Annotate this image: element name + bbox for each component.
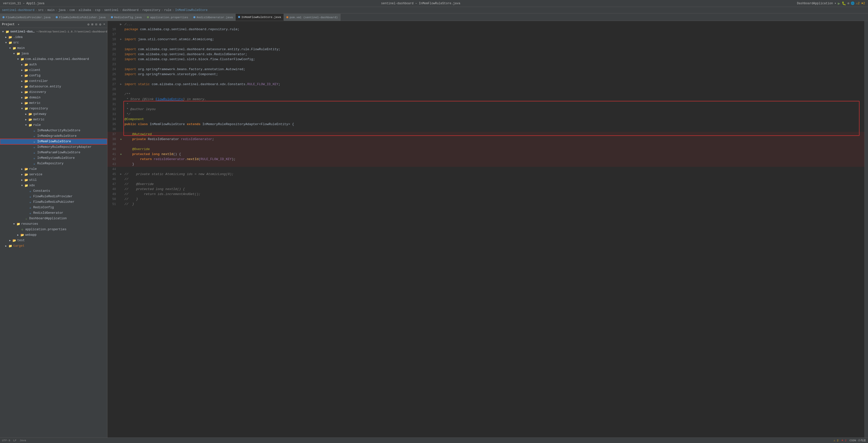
tab-pom[interactable]: pom.xml (sentinel-dashboard): [284, 14, 341, 21]
tree-InMemFlowRuleStore[interactable]: ☕ InMemFlowRuleStore: [0, 139, 107, 144]
title-bar: version_11 – App11.java sentinel-dashboa…: [0, 0, 868, 7]
tab-RedisConfig[interactable]: RedisConfig.java: [108, 14, 145, 21]
tree-gateway[interactable]: ▶ 📂 gateway: [0, 112, 107, 117]
src-icon: 📁: [8, 41, 12, 45]
InMemDegradeRuleStore-icon: ☕: [32, 134, 36, 138]
code-line: 19: [107, 42, 865, 47]
metric-sub-arrow: ▶: [24, 118, 28, 121]
service-label: service: [29, 173, 107, 176]
status-warnings: ⚠ 2: [834, 439, 839, 442]
service-icon: 📂: [24, 173, 29, 177]
tree-util[interactable]: ▶ 📂 util: [0, 177, 107, 183]
config-icon: 📂: [24, 74, 29, 78]
code-content[interactable]: ▶ /... 16 package com.alibaba.csp.sentin…: [107, 21, 865, 438]
tree-auth[interactable]: ▶ 📂 auth: [0, 62, 107, 67]
repository-label: repository: [29, 107, 107, 110]
idea-arrow: ▶: [4, 36, 8, 39]
tree-resources[interactable]: ▼ 📁 resources: [0, 221, 107, 227]
tree-xdx[interactable]: ▼ 📁 xdx: [0, 183, 107, 188]
tree-InMemAuthorityRuleStore[interactable]: ☕ InMemAuthorityRuleStore: [0, 128, 107, 133]
tree-test[interactable]: ▶ 📂 test: [0, 238, 107, 243]
settings-gear-icon[interactable]: ⚙: [88, 23, 89, 27]
tree-idea[interactable]: ▶ 📂 .idea: [0, 34, 107, 40]
tree-java[interactable]: ▼ 📁 java: [0, 51, 107, 57]
breadcrumb-project[interactable]: sentinel-dashboard: [2, 8, 34, 12]
tree-InMemoryRuleRepositoryAdapter[interactable]: ☕ InMemoryRuleRepositoryAdapter: [0, 144, 107, 150]
code-line: 26: [107, 77, 865, 82]
tree-RedisConfig[interactable]: ☕ RedisConfig: [0, 205, 107, 210]
tree-DashboardApplication[interactable]: ☕ DashboardApplication: [0, 216, 107, 221]
collapse-all-icon[interactable]: ⊟: [95, 23, 97, 27]
tab-label-RedisConfig: RedisConfig.java: [114, 16, 142, 19]
breadcrumb-alibaba[interactable]: alibaba: [79, 8, 91, 12]
breadcrumb-main[interactable]: main: [48, 8, 55, 12]
tab-FlowRuleRedisPublisher[interactable]: FlowRuleRedisPublisher.java: [53, 14, 108, 21]
tree-discovery[interactable]: ▶ 📂 discovery: [0, 89, 107, 95]
auth-label: auth: [29, 63, 107, 66]
fold-icon-18[interactable]: ▶: [120, 37, 122, 42]
tab-application-properties[interactable]: application.properties: [145, 14, 191, 21]
tree-InMemSystemRuleStore[interactable]: ☕ InMemSystemRuleStore: [0, 155, 107, 161]
settings-icon[interactable]: ⚙: [847, 1, 849, 5]
tree-rule2[interactable]: ▶ 📂 rule: [0, 166, 107, 172]
tree-repository[interactable]: ▼ 📁 repository: [0, 106, 107, 112]
breadcrumb-csp[interactable]: csp: [95, 8, 100, 12]
tree-datasource[interactable]: ▶ 📂 datasource.entity: [0, 84, 107, 89]
breadcrumb-repository[interactable]: repository: [143, 8, 160, 12]
target-icon: 📁: [8, 244, 12, 248]
tree-webapp[interactable]: ▶ 📂 webapp: [0, 232, 107, 238]
breadcrumb-rule[interactable]: rule: [164, 8, 172, 12]
tree-config[interactable]: ▶ 📂 config: [0, 73, 107, 78]
breadcrumb-src[interactable]: src: [38, 8, 44, 12]
close-sidebar-icon[interactable]: ×: [103, 23, 105, 27]
domain-arrow: ▶: [20, 96, 24, 99]
code-line: 33 */: [107, 112, 865, 117]
tree-FlowRuleRedisPublisher[interactable]: ☕ FlowRuleRedisPublisher: [0, 199, 107, 205]
RedisConfig-icon: ☕: [28, 206, 32, 210]
tree-service[interactable]: ▶ 📂 service: [0, 172, 107, 177]
tree-metric[interactable]: ▶ 📂 metric: [0, 100, 107, 106]
dropdown-arrow-icon[interactable]: ▾: [835, 1, 836, 5]
tab-icon-RedisConfig: [111, 16, 113, 18]
breadcrumb-java[interactable]: java: [59, 8, 66, 12]
tab-RedisIdGenerator[interactable]: RedisIdGenerator.java: [191, 14, 236, 21]
run-icon[interactable]: ▶: [838, 1, 840, 6]
right-panel[interactable]: [865, 21, 868, 438]
breadcrumb-file[interactable]: InMemFlowRuleStore: [175, 8, 208, 12]
globe-icon[interactable]: 🌐: [851, 1, 855, 5]
tree-FlowRuleRedisProvider[interactable]: ☕ FlowRuleRedisProvider: [0, 194, 107, 199]
sidebar-toolbar: ⚙ ⊞ ⊟ ⚙ ×: [88, 23, 105, 27]
tree-domain[interactable]: ▶ 📂 domain: [0, 95, 107, 100]
tree-RuleRepository[interactable]: ☕ RuleRepository: [0, 161, 107, 166]
tab-FlowRuleRedisProvider[interactable]: FlowRuleRedisProvider.java: [0, 14, 53, 21]
tree-client[interactable]: ▶ 📂 client: [0, 67, 107, 73]
tree-RedisIdGenerator[interactable]: ☕ RedisIdGenerator: [0, 210, 107, 216]
tree-app-props[interactable]: ⚙ application.properties: [0, 227, 107, 232]
tree-rule-folder[interactable]: ▼ 📁 rule: [0, 122, 107, 128]
tree-controller[interactable]: ▶ 📂 controller: [0, 78, 107, 84]
breadcrumb-com[interactable]: com: [69, 8, 75, 12]
tree-target[interactable]: ▶ 📁 target: [0, 243, 107, 249]
tree-metric-sub[interactable]: ▶ 📂 metric: [0, 117, 107, 122]
RedisIdGenerator-label: RedisIdGenerator: [33, 211, 107, 215]
more-options-icon[interactable]: ⚙: [99, 23, 101, 27]
tree-src[interactable]: ▼ 📁 src: [0, 40, 107, 45]
breadcrumb-dashboard[interactable]: dashboard: [122, 8, 139, 12]
tree-pkg[interactable]: ▼ 📁 com.alibaba.csp.sentinel.dashboard: [0, 57, 107, 62]
tree-root[interactable]: ▼ 📁 sentinel-dashboard ~/Desktop/Sentine…: [0, 29, 107, 34]
tree-InMemDegradeRuleStore[interactable]: ☕ InMemDegradeRuleStore: [0, 133, 107, 139]
expand-all-icon[interactable]: ⊞: [91, 23, 93, 27]
tree-main[interactable]: ▼ 📁 main: [0, 45, 107, 51]
code-line: 30 * Store {@link FlowRuleEntity} in mem…: [107, 97, 865, 102]
tree-Constants[interactable]: ☕ Constants: [0, 188, 107, 194]
tab-InMemFlowRuleStore[interactable]: InMemFlowRuleStore.java: [236, 14, 284, 21]
breadcrumb-sentinel[interactable]: sentinel: [104, 8, 119, 12]
fold-icon[interactable]: ▶: [120, 22, 122, 27]
fold-icon-45[interactable]: ▶: [120, 172, 122, 177]
client-icon: 📂: [24, 68, 29, 72]
tree-InMemParamFlowRuleStore[interactable]: ☕ InMemParamFlowRuleStore: [0, 150, 107, 155]
config-label: config: [29, 74, 107, 77]
debug-icon[interactable]: 🐛: [842, 1, 846, 5]
DashboardApplication-label: DashboardApplication: [29, 217, 107, 220]
fold-icon-27[interactable]: ▶: [120, 82, 122, 87]
